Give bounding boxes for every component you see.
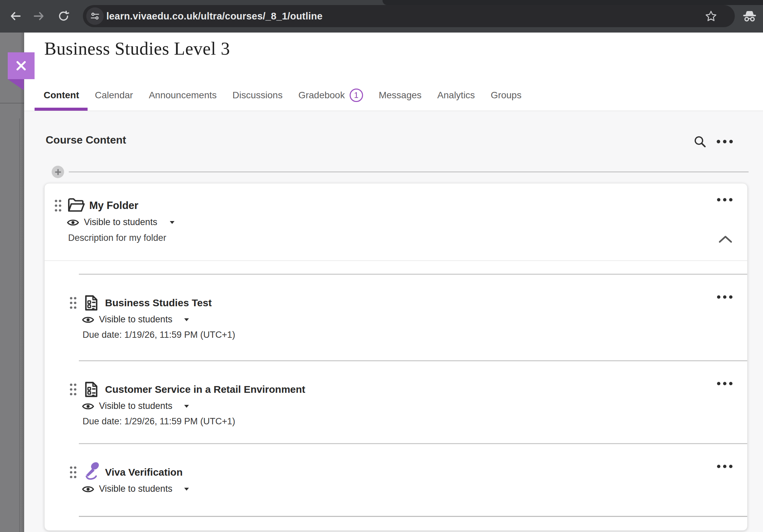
- drag-handle-icon[interactable]: [69, 383, 77, 396]
- course-tab-bar: Content Calendar Announcements Discussio…: [44, 79, 521, 111]
- reload-icon[interactable]: [58, 10, 70, 22]
- content-item-business-studies-test: Business Studies Test Visible to student…: [45, 274, 747, 358]
- tab-strip: [383, 0, 763, 5]
- tab-gradebook[interactable]: Gradebook 1: [298, 79, 363, 111]
- caret-down-icon[interactable]: [169, 221, 175, 224]
- item-title[interactable]: Customer Service in a Retail Environment: [105, 384, 305, 395]
- incognito-icon: [742, 9, 757, 23]
- site-settings-icon[interactable]: [86, 7, 104, 25]
- tab-messages[interactable]: Messages: [379, 79, 422, 111]
- folder-row: My Folder Visible to students Descriptio…: [45, 183, 747, 261]
- folder-icon: [67, 197, 85, 214]
- item-options-icon[interactable]: [717, 382, 733, 385]
- tab-analytics[interactable]: Analytics: [437, 79, 475, 111]
- forward-icon[interactable]: [33, 10, 45, 22]
- back-icon[interactable]: [9, 10, 21, 22]
- item-options-icon[interactable]: [717, 465, 733, 468]
- drag-handle-icon[interactable]: [54, 199, 62, 212]
- tab-discussions[interactable]: Discussions: [233, 79, 283, 111]
- page-title: Business Studies Level 3: [44, 38, 230, 59]
- test-document-icon: [84, 295, 98, 311]
- microphone-icon: [82, 461, 101, 481]
- item-options-icon[interactable]: [717, 295, 733, 299]
- folder-description: Description for my folder: [68, 233, 166, 243]
- tab-calendar[interactable]: Calendar: [95, 79, 133, 111]
- caret-down-icon[interactable]: [184, 405, 189, 408]
- url-text[interactable]: learn.vivaedu.co.uk/ultra/courses/_8_1/o…: [106, 5, 322, 27]
- course-panel: Business Studies Level 3 Content Calenda…: [24, 33, 763, 532]
- item-title[interactable]: Viva Verification: [105, 467, 183, 478]
- eye-icon: [82, 402, 94, 411]
- due-date: Due date: 1/29/26, 11:59 PM (UTC+1): [83, 416, 235, 427]
- search-icon[interactable]: [693, 135, 707, 148]
- drag-handle-icon[interactable]: [69, 297, 77, 309]
- tab-groups[interactable]: Groups: [491, 79, 521, 111]
- eye-icon: [67, 218, 79, 227]
- base-page-backdrop: [0, 33, 24, 532]
- caret-down-icon[interactable]: [184, 487, 189, 491]
- tab-content[interactable]: Content: [44, 79, 79, 111]
- address-bar[interactable]: learn.vivaedu.co.uk/ultra/courses/_8_1/o…: [83, 5, 735, 27]
- eye-icon: [82, 315, 94, 324]
- caret-down-icon[interactable]: [184, 318, 189, 321]
- item-divider: [79, 516, 747, 517]
- browser-toolbar: learn.vivaedu.co.uk/ultra/courses/_8_1/o…: [0, 0, 763, 33]
- gradebook-count-badge: 1: [350, 89, 363, 102]
- tab-announcements[interactable]: Announcements: [149, 79, 216, 111]
- visibility-dropdown[interactable]: Visible to students: [84, 217, 157, 227]
- due-date: Due date: 1/19/26, 11:59 PM (UTC+1): [83, 330, 235, 340]
- content-card: My Folder Visible to students Descriptio…: [44, 183, 748, 531]
- item-title[interactable]: Business Studies Test: [105, 297, 212, 309]
- drag-handle-icon[interactable]: [69, 466, 77, 479]
- close-icon: [15, 60, 27, 72]
- visibility-dropdown[interactable]: Visible to students: [99, 484, 172, 494]
- folder-options-icon[interactable]: [717, 198, 733, 202]
- chevron-up-icon[interactable]: [718, 235, 732, 243]
- add-content-button[interactable]: [52, 166, 64, 178]
- content-options-icon[interactable]: [716, 140, 733, 144]
- test-document-icon: [84, 381, 98, 398]
- visibility-dropdown[interactable]: Visible to students: [99, 314, 172, 325]
- bookmark-star-icon[interactable]: [705, 10, 717, 22]
- folder-title[interactable]: My Folder: [89, 200, 138, 212]
- visibility-dropdown[interactable]: Visible to students: [99, 401, 172, 411]
- content-heading: Course Content: [46, 134, 126, 146]
- add-content-divider: [69, 171, 749, 172]
- close-panel-button[interactable]: [8, 52, 35, 79]
- eye-icon: [82, 485, 94, 494]
- content-item-customer-service: Customer Service in a Retail Environment…: [45, 361, 747, 445]
- course-content-area: Course Content My Folder Visible to stud…: [24, 111, 763, 532]
- content-item-viva-verification: Viva Verification Visible to students: [45, 444, 747, 516]
